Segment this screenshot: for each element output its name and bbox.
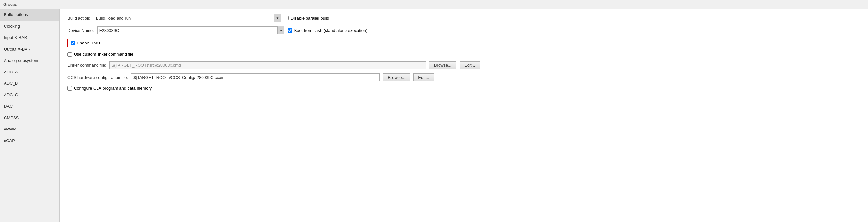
ccs-hardware-input[interactable] [131, 73, 380, 81]
sidebar: Build options Clocking Input X-BAR Outpu… [0, 9, 60, 222]
enable-tmu-row: Enable TMU [67, 39, 860, 47]
device-name-select[interactable]: F280039C [97, 27, 284, 34]
sidebar-item-build-options[interactable]: Build options [0, 9, 59, 21]
ccs-hardware-row: CCS hardware configuration file: Browse.… [67, 73, 860, 81]
content-area: Build action: Build, load and run ▼ Disa… [60, 9, 868, 222]
linker-browse-button[interactable]: Browse... [429, 61, 456, 69]
use-custom-linker-row: Use custom linker command file [67, 52, 860, 57]
enable-tmu-label: Enable TMU [77, 41, 100, 45]
ccs-hardware-label: CCS hardware configuration file: [67, 75, 128, 80]
ccs-browse-button[interactable]: Browse... [383, 73, 410, 81]
boot-from-flash-wrapper: Boot from flash (stand-alone execution) [288, 28, 368, 33]
sidebar-item-adc-a[interactable]: ADC_A [0, 66, 59, 78]
sidebar-item-input-xbar[interactable]: Input X-BAR [0, 32, 59, 43]
configure-cla-row: Configure CLA program and data memory [67, 86, 860, 90]
sidebar-item-epwm[interactable]: ePWM [0, 123, 59, 135]
use-custom-linker-wrapper: Use custom linker command file [67, 52, 133, 57]
disable-parallel-build-wrapper: Disable parallel build [284, 16, 330, 21]
boot-from-flash-checkbox[interactable] [288, 28, 292, 33]
enable-tmu-box: Enable TMU [67, 39, 103, 47]
device-name-label: Device Name: [67, 28, 94, 33]
groups-label: Groups [0, 0, 868, 9]
sidebar-item-adc-c[interactable]: ADC_C [0, 89, 59, 101]
linker-edit-button[interactable]: Edit... [460, 61, 480, 69]
configure-cla-checkbox[interactable] [67, 86, 72, 90]
build-action-select-wrapper: Build, load and run ▼ [94, 14, 281, 22]
device-name-select-wrapper: F280039C ▼ [97, 27, 284, 34]
sidebar-item-analog-subsystem[interactable]: Analog subsystem [0, 55, 59, 66]
build-action-row: Build action: Build, load and run ▼ Disa… [67, 14, 860, 22]
sidebar-item-output-xbar[interactable]: Output X-BAR [0, 43, 59, 55]
sidebar-item-clocking[interactable]: Clocking [0, 21, 59, 32]
linker-command-file-input[interactable] [110, 61, 426, 69]
device-name-row: Device Name: F280039C ▼ Boot from flash … [67, 27, 860, 34]
linker-command-file-row: Linker command file: Browse... Edit... [67, 61, 860, 69]
sidebar-item-cmpss[interactable]: CMPSS [0, 112, 59, 124]
sidebar-item-adc-b[interactable]: ADC_B [0, 78, 59, 89]
configure-cla-wrapper: Configure CLA program and data memory [67, 86, 152, 90]
main-container: Groups Build options Clocking Input X-BA… [0, 0, 868, 222]
sidebar-item-ecap[interactable]: eCAP [0, 135, 59, 147]
disable-parallel-build-label: Disable parallel build [290, 16, 330, 21]
sidebar-item-dac[interactable]: DAC [0, 101, 59, 112]
use-custom-linker-checkbox[interactable] [67, 52, 72, 57]
disable-parallel-build-checkbox[interactable] [284, 16, 289, 20]
build-action-label: Build action: [67, 16, 90, 21]
boot-from-flash-label: Boot from flash (stand-alone execution) [294, 28, 368, 33]
ccs-edit-button[interactable]: Edit... [413, 73, 434, 81]
use-custom-linker-label: Use custom linker command file [74, 52, 133, 57]
linker-command-file-label: Linker command file: [67, 63, 106, 68]
configure-cla-label: Configure CLA program and data memory [74, 86, 152, 90]
enable-tmu-checkbox[interactable] [71, 41, 75, 45]
main-area: Build options Clocking Input X-BAR Outpu… [0, 9, 868, 222]
build-action-select[interactable]: Build, load and run [94, 14, 281, 22]
